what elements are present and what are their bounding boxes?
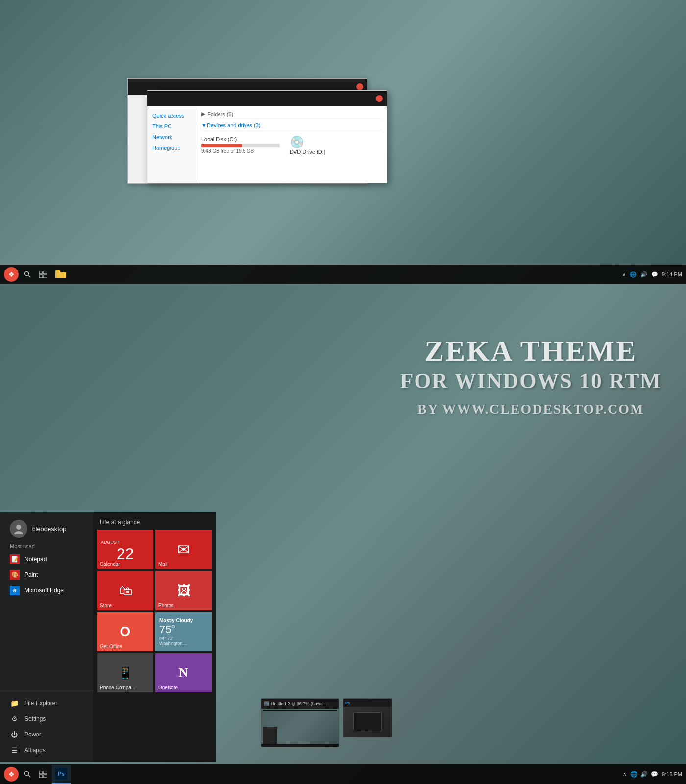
apps-icon: ☰ <box>10 746 19 754</box>
photos-label: Photos <box>158 603 173 608</box>
clock-bottom[interactable]: 9:16 PM <box>662 771 682 778</box>
close-btn-front[interactable] <box>376 95 383 102</box>
file-explorer-taskbar-icon-top[interactable] <box>54 268 68 281</box>
sidebar-quick-access[interactable]: Quick access <box>147 110 196 121</box>
dvd-name: DVD Drive (D:) <box>290 149 325 155</box>
paint-icon: 🎨 <box>10 570 20 580</box>
tile-store[interactable]: 🛍 Store <box>97 571 153 610</box>
fe-drives-row: Local Disk (C:) 9.43 GB free of 19.5 GB … <box>201 133 382 157</box>
network-icon-bottom: 🌐 <box>630 771 637 778</box>
fe-body: Quick access This PC Network Homegroup ▶… <box>147 106 387 183</box>
file-explorer-window[interactable]: Quick access This PC Network Homegroup ▶… <box>147 90 387 183</box>
ps-icon-small2: Ps <box>345 701 350 705</box>
svg-rect-2 <box>39 271 42 274</box>
settings-label: Settings <box>24 715 46 722</box>
photoshop-taskbar-btn[interactable]: Ps <box>52 765 71 784</box>
folder-icon-top <box>55 270 66 278</box>
store-icon: 🛍 <box>119 583 132 599</box>
calendar-label: Calendar <box>100 562 120 567</box>
search-icon-top <box>24 271 31 278</box>
fe-sidebar: Quick access This PC Network Homegroup <box>147 106 196 183</box>
calendar-date: 22 <box>117 546 134 562</box>
mini-start <box>263 727 277 744</box>
task-view-button-top[interactable] <box>36 268 50 281</box>
drive-c-info: 9.43 GB free of 19.5 GB <box>201 148 280 154</box>
tray-bottom: ∧ 🌐 🔊 💬 9:16 PM <box>623 771 682 778</box>
tiles-header: Life at a glance <box>97 517 212 530</box>
onenote-label: OneNote <box>158 685 178 690</box>
clock-top[interactable]: 9:14 PM <box>662 271 682 277</box>
power-label: Power <box>24 731 41 738</box>
start-button-top[interactable]: ❖ <box>4 267 19 282</box>
sidebar-this-pc[interactable]: This PC <box>147 121 196 132</box>
power-icon: ⏻ <box>10 731 19 738</box>
ps-taskbar-icon: Ps <box>55 768 67 780</box>
svg-rect-10 <box>39 771 42 774</box>
pinned-apps-top <box>54 268 68 281</box>
start-button-bottom[interactable]: ❖ <box>4 767 19 782</box>
tile-mail[interactable]: ✉ Mail <box>155 530 212 569</box>
file-explorer-label: File Explorer <box>24 700 57 707</box>
fe-titlebar <box>147 91 387 106</box>
svg-point-6 <box>16 525 21 530</box>
fe-folders-header: ▶ Folders (6) <box>201 109 382 119</box>
tile-onenote[interactable]: N OneNote <box>155 653 212 692</box>
preview2-titlebar: Ps <box>343 699 392 707</box>
svg-rect-13 <box>44 775 47 778</box>
preview-thumb-photoshop[interactable]: Ps Untitled-2 @ 66.7% (Layer 1, RG... <box>261 698 339 747</box>
weather-condition: Mostly Cloudy <box>159 618 193 623</box>
preview2-inner <box>343 707 392 737</box>
tray-chevron-top[interactable]: ∧ <box>622 272 626 277</box>
task-view-icon-top <box>39 271 47 278</box>
theme-title-line1: Zeka Theme <box>400 333 662 368</box>
user-name: cleodesktop <box>32 525 66 533</box>
preview-titlebar: Ps Untitled-2 @ 66.7% (Layer 1, RG... <box>261 699 339 709</box>
mini-titlebar <box>263 710 337 711</box>
preview-thumb-small[interactable]: Ps <box>343 698 392 737</box>
sidebar-homegroup[interactable]: Homegroup <box>147 143 196 153</box>
phone-label: Phone Compa... <box>100 685 135 690</box>
tray-top: ∧ 🌐 🔊 💬 9:14 PM <box>622 271 682 278</box>
folder-icon-start: 📁 <box>10 699 19 707</box>
search-button-top[interactable] <box>21 268 34 281</box>
dvd-icon: 💿 <box>290 135 325 149</box>
avatar-icon <box>13 523 24 534</box>
notification-icon-top: 💬 <box>651 271 658 278</box>
task-view-icon-bottom <box>39 771 47 778</box>
preview-content <box>261 709 339 747</box>
weather-range: 84° 73° <box>159 636 174 641</box>
fe-drive-dvd[interactable]: 💿 DVD Drive (D:) <box>290 135 325 155</box>
svg-rect-5 <box>44 275 47 278</box>
taskbar-bottom: ❖ Ps ∧ 🌐 🔊 💬 9:16 PM <box>0 764 686 784</box>
task-view-button-bottom[interactable] <box>36 767 50 781</box>
tile-weather[interactable]: Mostly Cloudy 75° 84° 73° Washington,... <box>155 612 212 651</box>
tiles-grid: AUGUST 22 Calendar ✉ Mail 🛍 Store 🖼 Phot… <box>97 530 212 692</box>
svg-point-8 <box>25 772 29 776</box>
taskbar-preview-area: Ps Untitled-2 @ 66.7% (Layer 1, RG... Ps <box>261 698 392 747</box>
tile-phone[interactable]: 📱 Phone Compa... <box>97 653 153 692</box>
tile-get-office[interactable]: O Get Office <box>97 612 153 651</box>
tile-calendar[interactable]: AUGUST 22 Calendar <box>97 530 153 569</box>
search-button-bottom[interactable] <box>21 767 34 781</box>
theme-title-line2: For Windows 10 RTM <box>400 368 662 393</box>
tray-chevron-bottom[interactable]: ∧ <box>623 771 626 777</box>
theme-text-area: Zeka Theme For Windows 10 RTM by www.cle… <box>400 333 662 417</box>
weather-temp: 75° <box>159 623 175 636</box>
drive-c-name: Local Disk (C:) <box>201 136 280 142</box>
get-office-label: Get Office <box>100 644 122 649</box>
search-icon-bottom <box>24 771 31 778</box>
svg-line-9 <box>28 775 30 777</box>
user-avatar[interactable] <box>10 520 27 538</box>
fe-drive-c[interactable]: Local Disk (C:) 9.43 GB free of 19.5 GB <box>201 136 280 154</box>
sidebar-network[interactable]: Network <box>147 132 196 143</box>
close-btn-back[interactable] <box>356 83 363 90</box>
store-label: Store <box>100 603 112 608</box>
ps-icon-small: Ps <box>264 701 269 706</box>
office-icon: O <box>120 624 131 639</box>
tile-photos[interactable]: 🖼 Photos <box>155 571 212 610</box>
tray-icons-bottom: 🌐 🔊 💬 <box>630 771 658 778</box>
volume-icon-top: 🔊 <box>640 271 647 278</box>
fe-devices-header: ▼ Devices and drives (3) <box>201 121 382 130</box>
mail-label: Mail <box>158 562 167 567</box>
volume-icon-bottom: 🔊 <box>640 771 648 778</box>
